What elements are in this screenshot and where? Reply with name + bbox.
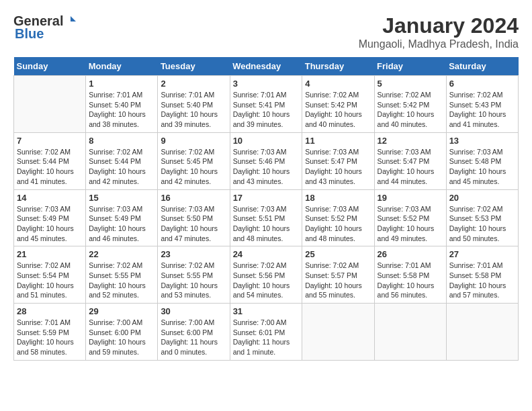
calendar-cell: 17Sunrise: 7:03 AM Sunset: 5:51 PM Dayli… [230, 189, 302, 246]
calendar-week-row: 14Sunrise: 7:03 AM Sunset: 5:49 PM Dayli… [14, 189, 519, 246]
day-info: Sunrise: 7:01 AM Sunset: 5:59 PM Dayligh… [17, 318, 83, 357]
day-number: 12 [378, 136, 443, 146]
calendar-cell: 10Sunrise: 7:03 AM Sunset: 5:46 PM Dayli… [230, 132, 302, 189]
day-info: Sunrise: 7:01 AM Sunset: 5:58 PM Dayligh… [449, 261, 515, 300]
day-number: 5 [378, 79, 443, 89]
day-number: 29 [89, 306, 154, 316]
day-number: 25 [305, 249, 371, 259]
logo-blue: Blue [15, 26, 44, 42]
day-info: Sunrise: 7:02 AM Sunset: 5:42 PM Dayligh… [378, 90, 443, 130]
day-info: Sunrise: 7:03 AM Sunset: 5:49 PM Dayligh… [17, 204, 83, 244]
day-of-week-header: Monday [86, 57, 158, 76]
calendar-cell: 7Sunrise: 7:02 AM Sunset: 5:44 PM Daylig… [14, 132, 86, 189]
day-number: 2 [161, 79, 226, 89]
day-of-week-header: Wednesday [230, 57, 302, 76]
day-number: 31 [233, 306, 300, 316]
logo: General Blue [13, 13, 77, 42]
day-info: Sunrise: 7:02 AM Sunset: 5:56 PM Dayligh… [233, 261, 300, 300]
day-info: Sunrise: 7:00 AM Sunset: 6:00 PM Dayligh… [161, 318, 226, 357]
calendar-cell: 24Sunrise: 7:02 AM Sunset: 5:56 PM Dayli… [230, 246, 302, 304]
calendar-cell: 14Sunrise: 7:03 AM Sunset: 5:49 PM Dayli… [14, 189, 86, 246]
calendar-cell: 8Sunrise: 7:02 AM Sunset: 5:44 PM Daylig… [86, 132, 158, 189]
day-info: Sunrise: 7:02 AM Sunset: 5:55 PM Dayligh… [161, 261, 226, 300]
calendar-cell: 22Sunrise: 7:02 AM Sunset: 5:55 PM Dayli… [86, 246, 158, 304]
day-info: Sunrise: 7:03 AM Sunset: 5:47 PM Dayligh… [378, 147, 443, 187]
page-header: General Blue January 2024 Mungaoli, Madh… [13, 13, 519, 50]
day-info: Sunrise: 7:03 AM Sunset: 5:52 PM Dayligh… [378, 204, 443, 244]
day-number: 24 [233, 249, 300, 259]
day-number: 4 [305, 79, 371, 89]
day-of-week-header: Friday [374, 57, 446, 76]
day-number: 11 [305, 136, 371, 146]
calendar-cell: 9Sunrise: 7:02 AM Sunset: 5:45 PM Daylig… [158, 132, 230, 189]
calendar-cell: 29Sunrise: 7:00 AM Sunset: 6:00 PM Dayli… [86, 304, 158, 361]
day-number: 28 [17, 306, 83, 316]
calendar-cell: 31Sunrise: 7:00 AM Sunset: 6:01 PM Dayli… [230, 304, 302, 361]
day-of-week-header: Sunday [14, 57, 86, 76]
calendar-cell: 12Sunrise: 7:03 AM Sunset: 5:47 PM Dayli… [374, 132, 446, 189]
day-info: Sunrise: 7:02 AM Sunset: 5:43 PM Dayligh… [449, 90, 515, 130]
day-number: 19 [378, 193, 443, 203]
calendar-cell: 3Sunrise: 7:01 AM Sunset: 5:41 PM Daylig… [230, 76, 302, 133]
day-number: 16 [161, 193, 226, 203]
day-info: Sunrise: 7:03 AM Sunset: 5:47 PM Dayligh… [305, 147, 371, 187]
day-number: 1 [89, 79, 154, 89]
day-info: Sunrise: 7:03 AM Sunset: 5:52 PM Dayligh… [305, 204, 371, 244]
day-info: Sunrise: 7:01 AM Sunset: 5:41 PM Dayligh… [233, 90, 300, 130]
calendar-cell: 21Sunrise: 7:02 AM Sunset: 5:54 PM Dayli… [14, 246, 86, 304]
calendar-week-row: 7Sunrise: 7:02 AM Sunset: 5:44 PM Daylig… [14, 132, 519, 189]
day-number: 18 [305, 193, 371, 203]
calendar-cell: 19Sunrise: 7:03 AM Sunset: 5:52 PM Dayli… [374, 189, 446, 246]
calendar-cell: 27Sunrise: 7:01 AM Sunset: 5:58 PM Dayli… [446, 246, 518, 304]
day-info: Sunrise: 7:03 AM Sunset: 5:49 PM Dayligh… [89, 204, 154, 244]
day-of-week-header: Saturday [446, 57, 518, 76]
calendar-cell: 15Sunrise: 7:03 AM Sunset: 5:49 PM Dayli… [86, 189, 158, 246]
calendar-cell: 13Sunrise: 7:03 AM Sunset: 5:48 PM Dayli… [446, 132, 518, 189]
day-number: 10 [233, 136, 300, 146]
calendar-subtitle: Mungaoli, Madhya Pradesh, India [359, 38, 519, 50]
title-area: January 2024 Mungaoli, Madhya Pradesh, I… [359, 13, 519, 50]
day-info: Sunrise: 7:02 AM Sunset: 5:42 PM Dayligh… [305, 90, 371, 130]
day-info: Sunrise: 7:03 AM Sunset: 5:51 PM Dayligh… [233, 204, 300, 244]
day-info: Sunrise: 7:00 AM Sunset: 6:00 PM Dayligh… [89, 318, 154, 357]
day-info: Sunrise: 7:02 AM Sunset: 5:44 PM Dayligh… [89, 147, 154, 187]
calendar-cell: 28Sunrise: 7:01 AM Sunset: 5:59 PM Dayli… [14, 304, 86, 361]
calendar-cell [374, 304, 446, 361]
calendar-cell: 20Sunrise: 7:02 AM Sunset: 5:53 PM Dayli… [446, 189, 518, 246]
day-number: 3 [233, 79, 300, 89]
day-info: Sunrise: 7:03 AM Sunset: 5:50 PM Dayligh… [161, 204, 226, 244]
svg-marker-0 [71, 16, 76, 21]
day-info: Sunrise: 7:03 AM Sunset: 5:48 PM Dayligh… [449, 147, 515, 187]
day-info: Sunrise: 7:02 AM Sunset: 5:55 PM Dayligh… [89, 261, 154, 300]
calendar-cell: 6Sunrise: 7:02 AM Sunset: 5:43 PM Daylig… [446, 76, 518, 133]
calendar-cell [446, 304, 518, 361]
calendar-cell: 25Sunrise: 7:02 AM Sunset: 5:57 PM Dayli… [302, 246, 374, 304]
day-number: 7 [17, 136, 83, 146]
day-info: Sunrise: 7:02 AM Sunset: 5:57 PM Dayligh… [305, 261, 371, 300]
day-number: 20 [449, 193, 515, 203]
calendar-week-row: 1Sunrise: 7:01 AM Sunset: 5:40 PM Daylig… [14, 76, 519, 133]
calendar-cell [302, 304, 374, 361]
calendar-cell: 11Sunrise: 7:03 AM Sunset: 5:47 PM Dayli… [302, 132, 374, 189]
day-info: Sunrise: 7:01 AM Sunset: 5:40 PM Dayligh… [89, 90, 154, 130]
day-of-week-header: Thursday [302, 57, 374, 76]
day-number: 21 [17, 249, 83, 259]
calendar-cell: 5Sunrise: 7:02 AM Sunset: 5:42 PM Daylig… [374, 76, 446, 133]
calendar-header-row: SundayMondayTuesdayWednesdayThursdayFrid… [14, 57, 519, 76]
day-info: Sunrise: 7:00 AM Sunset: 6:01 PM Dayligh… [233, 318, 300, 357]
calendar-cell: 1Sunrise: 7:01 AM Sunset: 5:40 PM Daylig… [86, 76, 158, 133]
day-number: 6 [449, 79, 515, 89]
day-number: 17 [233, 193, 300, 203]
calendar-cell: 16Sunrise: 7:03 AM Sunset: 5:50 PM Dayli… [158, 189, 230, 246]
day-number: 9 [161, 136, 226, 146]
calendar-week-row: 21Sunrise: 7:02 AM Sunset: 5:54 PM Dayli… [14, 246, 519, 304]
day-info: Sunrise: 7:02 AM Sunset: 5:53 PM Dayligh… [449, 204, 515, 244]
day-info: Sunrise: 7:02 AM Sunset: 5:54 PM Dayligh… [17, 261, 83, 300]
calendar-cell [14, 76, 86, 133]
calendar-cell: 26Sunrise: 7:01 AM Sunset: 5:58 PM Dayli… [374, 246, 446, 304]
day-number: 22 [89, 249, 154, 259]
day-info: Sunrise: 7:03 AM Sunset: 5:46 PM Dayligh… [233, 147, 300, 187]
day-number: 14 [17, 193, 83, 203]
day-info: Sunrise: 7:01 AM Sunset: 5:40 PM Dayligh… [161, 90, 226, 130]
calendar-cell: 30Sunrise: 7:00 AM Sunset: 6:00 PM Dayli… [158, 304, 230, 361]
